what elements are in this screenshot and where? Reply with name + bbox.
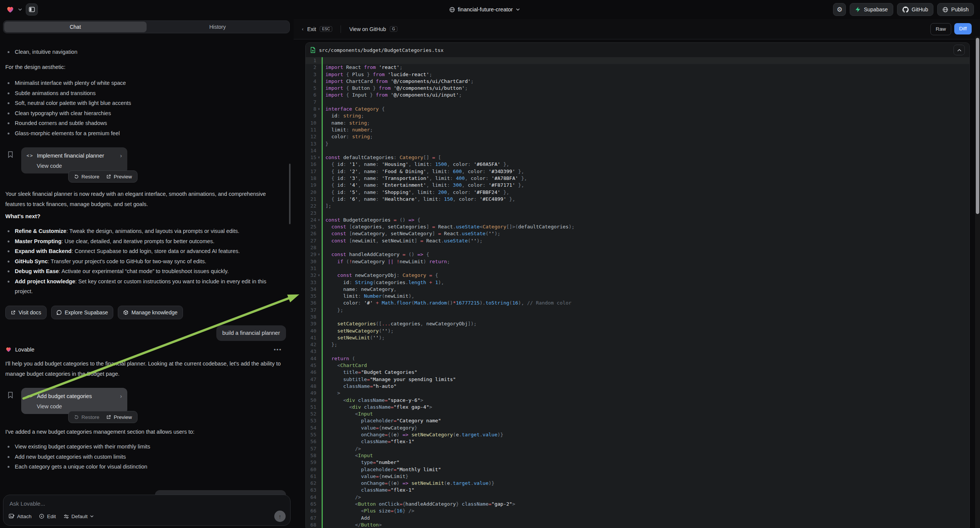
edit-card-implement-financial-planner[interactable]: <> Implement financial planner › View co…	[21, 147, 127, 173]
fold-gutter	[316, 480, 321, 487]
view-on-github-button[interactable]: View on GitHub	[349, 26, 386, 32]
file-header[interactable]: src/components/budget/BudgetCategories.t…	[306, 43, 969, 57]
edit-card-add-budget-categories[interactable]: <> Add budget categories › View code	[21, 388, 127, 414]
code-line: 14	[306, 147, 969, 154]
fold-gutter	[316, 466, 321, 473]
fold-gutter	[316, 258, 321, 265]
fold-chevron-icon[interactable]: ∨	[316, 251, 321, 258]
sliders-icon	[64, 514, 69, 519]
send-button[interactable]: ↑	[274, 511, 286, 522]
fold-chevron-icon[interactable]: ∨	[316, 272, 321, 279]
diff-toggle-button[interactable]: Diff	[954, 23, 972, 35]
exit-button[interactable]: Exit	[307, 26, 316, 32]
fold-gutter	[316, 313, 321, 320]
code-line: 24∨const BudgetCategories = () => {	[306, 217, 969, 223]
line-number: 24	[306, 217, 316, 223]
line-number: 28	[306, 244, 316, 251]
window-scrollbar[interactable]	[975, 37, 980, 528]
supabase-button[interactable]: Supabase	[850, 3, 893, 16]
tab-chat[interactable]: Chat	[4, 22, 146, 32]
bookmark-icon[interactable]	[8, 151, 13, 158]
code-line: 66 <Plus size={16} />	[306, 507, 969, 514]
fold-gutter	[316, 494, 321, 501]
chat-composer[interactable]: Ask Lovable... Attach Edit Default ↑	[3, 495, 291, 526]
code-line: 6import { Input } from '@/components/ui/…	[306, 92, 969, 99]
line-text: limit: Number(newLimit),	[321, 293, 414, 300]
line-text: setCategories([...categories, newCategor…	[321, 320, 477, 327]
line-number: 5	[306, 85, 316, 92]
arrow-up-icon: ↑	[278, 513, 282, 520]
code-line: 25 const [categories, setCategories] = R…	[306, 223, 969, 230]
fold-chevron-icon[interactable]: ∨	[316, 154, 321, 161]
fold-gutter	[316, 417, 321, 424]
fold-chevron-icon[interactable]: ∨	[316, 217, 321, 223]
fold-gutter	[316, 341, 321, 348]
view-code-link[interactable]: View code	[37, 403, 122, 409]
code-line: 34 name: newCategory,	[306, 286, 969, 293]
fold-gutter	[316, 99, 321, 106]
visit-docs-button[interactable]: Visit docs	[5, 306, 46, 319]
line-text: return (	[321, 355, 355, 362]
line-number: 53	[306, 417, 316, 424]
line-number: 16	[306, 161, 316, 168]
line-number: 12	[306, 133, 316, 140]
supabase-icon	[855, 6, 861, 13]
user-message: build a financial planner	[216, 325, 286, 341]
fold-gutter	[316, 113, 321, 119]
toggle-sidebar-button[interactable]	[26, 3, 38, 16]
code-line: 33 id: String(categories.length + 1),	[306, 279, 969, 286]
raw-toggle-button[interactable]: Raw	[931, 23, 951, 35]
code-line: 30 if (!newCategory || !newLimit) return…	[306, 258, 969, 265]
line-text: title="Budget Categories"	[321, 369, 417, 376]
code-line: 45 <ChartCard	[306, 362, 969, 369]
line-text: if (!newCategory || !newLimit) return;	[321, 258, 450, 265]
fold-gutter	[316, 445, 321, 452]
preview-button[interactable]: Preview	[106, 414, 132, 420]
window-scrollbar-thumb[interactable]	[976, 38, 979, 214]
design-bullet-list: Minimalist interface with plenty of whit…	[5, 78, 285, 138]
preview-button[interactable]: Preview	[106, 174, 132, 180]
fold-gutter	[316, 307, 321, 313]
fold-gutter	[316, 230, 321, 237]
fold-gutter	[316, 397, 321, 404]
line-text: <Button onClick={handleAddCategory} clas…	[321, 501, 515, 507]
bookmark-icon[interactable]	[8, 392, 13, 398]
diff-added-bar	[321, 57, 323, 528]
line-number: 22	[306, 203, 316, 210]
code-line: 19 { id: '4', name: 'Entertainment', lim…	[306, 182, 969, 189]
manage-knowledge-button[interactable]: Manage knowledge	[118, 306, 183, 319]
model-selector[interactable]: Default	[64, 514, 94, 519]
external-link-icon	[106, 174, 111, 179]
collapse-file-button[interactable]	[953, 45, 965, 55]
line-number: 23	[306, 210, 316, 217]
github-button[interactable]: GitHub	[897, 3, 934, 16]
message-menu-icon[interactable]: •••	[274, 347, 282, 353]
line-number: 58	[306, 452, 316, 459]
edit-mode-button[interactable]: Edit	[39, 514, 56, 519]
restore-icon	[74, 174, 79, 179]
publish-button[interactable]: Publish	[937, 3, 974, 16]
chat-scrollbar-thumb[interactable]	[289, 164, 291, 224]
project-switcher[interactable]: financial-future-creator	[449, 0, 520, 19]
view-code-link[interactable]: View code	[37, 163, 122, 169]
restore-button[interactable]: Restore	[74, 414, 99, 420]
code-line: 43	[306, 348, 969, 355]
code-line: 2import React from 'react';	[306, 64, 969, 71]
line-number: 25	[306, 223, 316, 230]
esc-kbd: ESC	[320, 26, 332, 32]
line-number: 39	[306, 320, 316, 327]
chevron-down-icon[interactable]	[18, 8, 22, 11]
lovable-logo-icon[interactable]	[6, 5, 14, 14]
line-text: >	[321, 390, 340, 396]
attach-button[interactable]: Attach	[9, 514, 32, 519]
fold-gutter	[316, 78, 321, 85]
tab-history[interactable]: History	[146, 22, 289, 32]
chat-input[interactable]: Ask Lovable...	[10, 500, 285, 507]
fold-chevron-icon[interactable]: ∨	[316, 106, 321, 113]
explore-supabase-button[interactable]: Explore Supabase	[51, 306, 113, 319]
fold-gutter	[316, 425, 321, 431]
restore-button[interactable]: Restore	[74, 174, 99, 180]
fold-gutter	[316, 334, 321, 341]
settings-button[interactable]: ⚙	[833, 3, 846, 16]
code-line: 51 <div className="flex gap-4">	[306, 404, 969, 410]
